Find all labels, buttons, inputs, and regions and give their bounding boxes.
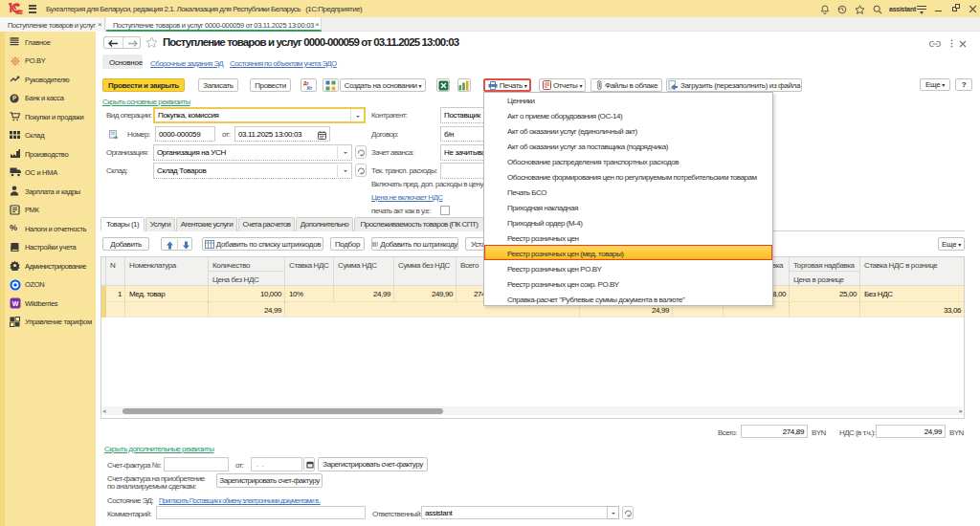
svg-text:P: P — [12, 95, 17, 101]
svg-text:W: W — [12, 300, 19, 307]
svg-text:%: % — [10, 223, 17, 232]
svg-text:Кт: Кт — [307, 85, 313, 91]
